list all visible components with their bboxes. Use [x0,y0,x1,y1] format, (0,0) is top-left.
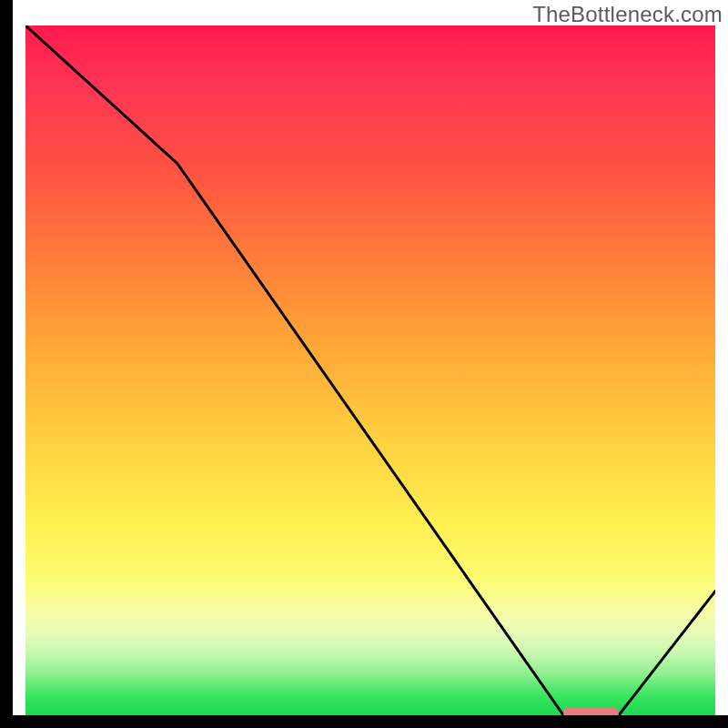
x-axis [13,715,728,728]
y-axis [0,0,13,728]
bottleneck-chart: TheBottleneck.com [0,0,728,728]
watermark-text: TheBottleneck.com [532,2,723,27]
gradient-background [25,25,715,715]
